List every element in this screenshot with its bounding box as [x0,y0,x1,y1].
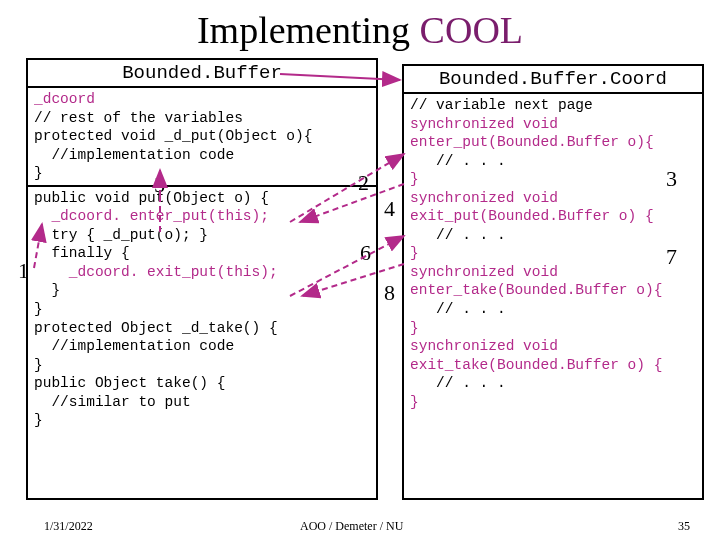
code-line: enter_put(Bounded.Buffer o){ [410,133,698,152]
code-line: } [410,244,698,263]
step-5: 5 [154,172,165,198]
code-line: // variable next page [410,96,698,115]
code-line: exit_take(Bounded.Buffer o) { [410,356,698,375]
code-line: // rest of the variables [34,109,372,128]
code-line: enter_take(Bounded.Buffer o){ [410,281,698,300]
code-line: exit_put(Bounded.Buffer o) { [410,207,698,226]
code-line: } [34,411,372,430]
footer-page: 35 [678,519,690,534]
code-line: try { _d_put(o); } [34,226,372,245]
code-line: // . . . [410,152,698,171]
code-line: // . . . [410,226,698,245]
code-line: } [410,170,698,189]
title-black: Implementing [197,9,420,51]
step-4: 4 [384,196,395,222]
code-line: public Object take() { [34,374,372,393]
code-line: } [34,164,372,183]
code-line: synchronized void [410,189,698,208]
code-line: _dcoord. enter_put(this); [34,207,372,226]
code-line: protected void _d_put(Object o){ [34,127,372,146]
code-line: //implementation code [34,146,372,165]
step-7: 7 [666,244,677,270]
code-line: _dcoord [34,90,372,109]
code-line: //similar to put [34,393,372,412]
footer-center: AOO / Demeter / NU [300,519,403,534]
left-header: Bounded.Buffer [28,60,376,88]
step-8: 8 [384,280,395,306]
code-line: _dcoord. exit_put(this); [34,263,372,282]
code-line: //implementation code [34,337,372,356]
right-header: Bounded.Buffer.Coord [404,66,702,94]
step-1: 1 [18,258,29,284]
step-3: 3 [666,166,677,192]
code-line: // . . . [410,300,698,319]
code-line: } [34,300,372,319]
left-class-box: Bounded.Buffer _dcoord// rest of the var… [26,58,378,500]
code-line: } [410,393,698,412]
left-body-top: _dcoord// rest of the variablesprotected… [28,88,376,187]
code-line: synchronized void [410,337,698,356]
code-line: protected Object _d_take() { [34,319,372,338]
step-6: 6 [360,240,371,266]
code-line: } [34,281,372,300]
slide-title: Implementing COOL [0,0,720,56]
step-2: 2 [358,170,369,196]
left-body-bottom: public void put(Object o) { _dcoord. ent… [28,187,376,432]
right-class-box: Bounded.Buffer.Coord // variable next pa… [402,64,704,500]
code-line: public void put(Object o) { [34,189,372,208]
code-line: } [410,319,698,338]
code-line: } [34,356,372,375]
footer-date: 1/31/2022 [44,519,93,534]
code-line: finally { [34,244,372,263]
right-body: // variable next pagesynchronized voiden… [404,94,702,413]
code-line: synchronized void [410,263,698,282]
code-line: // . . . [410,374,698,393]
title-purple: COOL [420,9,523,51]
code-line: synchronized void [410,115,698,134]
